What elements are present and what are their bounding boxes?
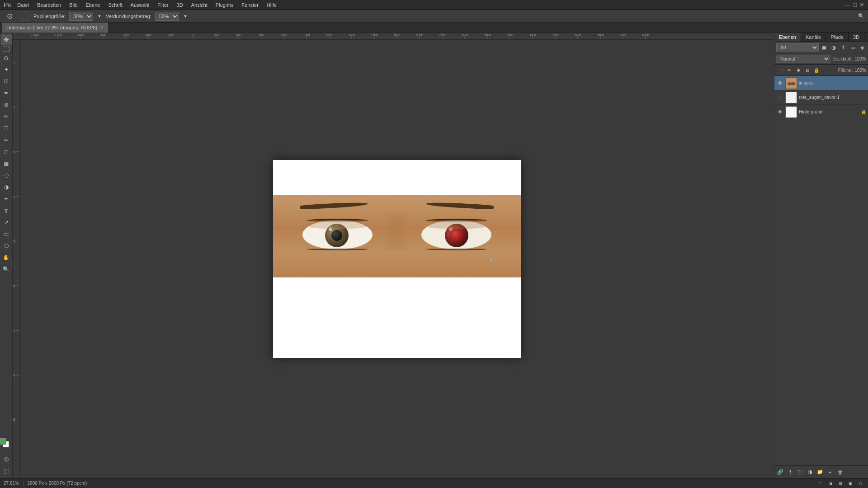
svg-text:-8: -8 <box>13 374 16 377</box>
panel-tab-bar: Ebenen Kanäle Pfade 3D <box>774 33 868 42</box>
options-bar: ⊙ Pupillengröße: 30% ▼ Verdunklungsbetra… <box>0 10 868 23</box>
status-icon-4[interactable]: ▣ <box>846 479 854 488</box>
tool-pen[interactable]: ✒ <box>1 193 12 204</box>
tool-magic-wand[interactable]: ✦ <box>1 64 12 75</box>
tools-panel: ✥ ⊙ ✦ ⊡ ✒ ⊕ ✏ ❐ ↩ ◻ ▦ ◌ ◑ ✒ T ↗ ▭ ⬡ ✋ 🔍 … <box>0 33 13 478</box>
filter-type-icon[interactable]: T <box>839 43 847 52</box>
menu-filter[interactable]: Filter <box>154 1 172 9</box>
search-icon-toolbar[interactable]: 🔍 <box>857 12 865 20</box>
tab-kanaele[interactable]: Kanäle <box>801 33 826 42</box>
blend-mode-select[interactable]: Normal <box>776 55 830 63</box>
screen-mode-btn[interactable]: ⬚ <box>1 465 12 476</box>
menu-3d[interactable]: 3D <box>173 1 187 9</box>
tool-eyedropper[interactable]: ✒ <box>1 88 12 99</box>
tool-eraser[interactable]: ◻ <box>1 146 12 157</box>
foreground-color-swatch[interactable] <box>0 438 6 445</box>
filter-smart-icon[interactable]: ◈ <box>858 43 866 52</box>
svg-text:3200: 3200 <box>552 34 559 37</box>
lock-artboard-icon[interactable]: ⊟ <box>803 66 811 74</box>
layers-panel: Ebenen Kanäle Pfade 3D Art ▣ ◑ T ▭ ◈ Nor… <box>774 33 868 478</box>
tool-hand[interactable]: ✋ <box>1 252 12 263</box>
lock-transparent-icon[interactable]: ⬚ <box>776 66 784 74</box>
status-icon-1[interactable]: ⬚ <box>816 479 825 488</box>
tool-clone-stamp[interactable]: ❐ <box>1 123 12 134</box>
filter-adjust-icon[interactable]: ◑ <box>830 43 838 52</box>
menu-datei[interactable]: Datei <box>14 1 33 9</box>
filter-shape-icon[interactable]: ▭ <box>849 43 857 52</box>
status-icon-3[interactable]: ⊞ <box>836 479 844 488</box>
zoom-level[interactable]: 27,81% <box>4 481 19 486</box>
menu-fenster[interactable]: Fenster <box>238 1 262 9</box>
svg-text:-1200: -1200 <box>54 34 62 37</box>
tool-crop[interactable]: ⊡ <box>1 76 12 87</box>
tab-3d[interactable]: 3D <box>849 33 864 42</box>
svg-text:-1400: -1400 <box>31 34 39 37</box>
tab-ebenen[interactable]: Ebenen <box>774 33 801 42</box>
tool-marquee[interactable] <box>3 46 10 52</box>
menu-bild[interactable]: Bild <box>66 1 81 9</box>
delete-layer-btn[interactable]: 🗑 <box>836 468 844 476</box>
lock-position-icon[interactable]: ✥ <box>794 66 802 74</box>
canvas-viewport[interactable] <box>20 40 774 478</box>
filter-pixel-icon[interactable]: ▣ <box>820 43 828 52</box>
brush-size-select[interactable]: 30% <box>69 12 93 21</box>
tool-zoom[interactable]: 🔍 <box>1 264 12 275</box>
tool-gradient[interactable]: ▦ <box>1 158 12 169</box>
menu-ebene[interactable]: Ebene <box>82 1 104 9</box>
new-group-btn[interactable]: 📁 <box>816 468 824 476</box>
layers-list: 👁 images 👁 <box>774 76 868 465</box>
lock-all-icon[interactable]: 🔒 <box>812 66 821 74</box>
tool-dodge[interactable]: ◑ <box>1 182 12 192</box>
tool-type[interactable]: T <box>1 205 12 216</box>
lock-paint-icon[interactable]: ✏ <box>785 66 793 74</box>
menu-ansicht[interactable]: Ansicht <box>188 1 211 9</box>
tab-close-button[interactable]: ✕ <box>100 25 104 30</box>
tool-3d[interactable]: ⬡ <box>1 240 12 251</box>
layer-item-hintergrund[interactable]: 👁 Hintergrund 🔒 <box>774 105 868 119</box>
quick-mask-btn[interactable]: ◎ <box>1 454 12 465</box>
menu-schrift[interactable]: Schrift <box>104 1 126 9</box>
svg-text:-4: -4 <box>13 285 16 287</box>
darken-dropdown[interactable]: ▼ <box>183 11 188 21</box>
layer-visibility-rote[interactable]: 👁 <box>776 94 783 101</box>
menu-auswahl[interactable]: Auswahl <box>127 1 153 9</box>
tool-spot-heal[interactable]: ⊕ <box>1 99 12 110</box>
opacity-value[interactable]: 100% <box>854 56 866 61</box>
svg-text:400: 400 <box>236 34 241 37</box>
tool-path-select[interactable]: ↗ <box>1 217 12 228</box>
status-icon-2[interactable]: ◑ <box>826 479 835 488</box>
svg-text:1200: 1200 <box>326 34 333 37</box>
tool-lasso[interactable]: ⊙ <box>1 52 12 63</box>
svg-text:3600: 3600 <box>597 34 604 37</box>
add-mask-btn[interactable]: ⬚ <box>796 468 804 476</box>
menu-hilfe[interactable]: Hilfe <box>263 1 280 9</box>
menu-plugins[interactable]: Plug-ins <box>212 1 237 9</box>
new-adjustment-btn[interactable]: ◑ <box>806 468 814 476</box>
menu-bearbeiten[interactable]: Bearbeiten <box>33 1 65 9</box>
tool-shape[interactable]: ▭ <box>1 229 12 239</box>
tool-shape-selector[interactable] <box>20 11 30 21</box>
brush-size-dropdown[interactable]: ▼ <box>97 11 102 21</box>
fill-value[interactable]: 100% <box>854 68 866 73</box>
link-layers-btn[interactable]: 🔗 <box>776 468 784 476</box>
tab-bar: Unbenannt-1 bei 27,8% (Images, RGB/8) ✕ <box>0 23 868 33</box>
document-tab[interactable]: Unbenannt-1 bei 27,8% (Images, RGB/8) ✕ <box>2 23 108 33</box>
layer-visibility-hintergrund[interactable]: 👁 <box>776 108 783 116</box>
layer-visibility-images[interactable]: 👁 <box>776 80 783 87</box>
status-icon-5[interactable]: ⬡ <box>856 479 864 488</box>
tool-blur[interactable]: ◌ <box>1 170 12 181</box>
new-layer-btn[interactable]: + <box>826 468 834 476</box>
tool-brush[interactable]: ✏ <box>1 111 12 122</box>
main-layout: ✥ ⊙ ✦ ⊡ ✒ ⊕ ✏ ❐ ↩ ◻ ▦ ◌ ◑ ✒ T ↗ ▭ ⬡ ✋ 🔍 … <box>0 33 868 478</box>
tool-icon[interactable]: ⊙ <box>3 11 16 21</box>
tool-history-brush[interactable]: ↩ <box>1 135 12 145</box>
layer-item-images[interactable]: 👁 images <box>774 76 868 90</box>
layer-item-rote-augen[interactable]: 👁 rote_augen_davor-1 <box>774 90 868 105</box>
darken-value-select[interactable]: 50% <box>155 12 179 21</box>
tool-move[interactable]: ✥ <box>1 34 12 45</box>
tab-pfade[interactable]: Pfade <box>826 33 849 42</box>
svg-text:3000: 3000 <box>529 34 536 37</box>
canvas-white-bottom <box>273 277 521 358</box>
layer-type-filter[interactable]: Art <box>776 43 819 52</box>
add-style-btn[interactable]: f <box>786 468 794 476</box>
